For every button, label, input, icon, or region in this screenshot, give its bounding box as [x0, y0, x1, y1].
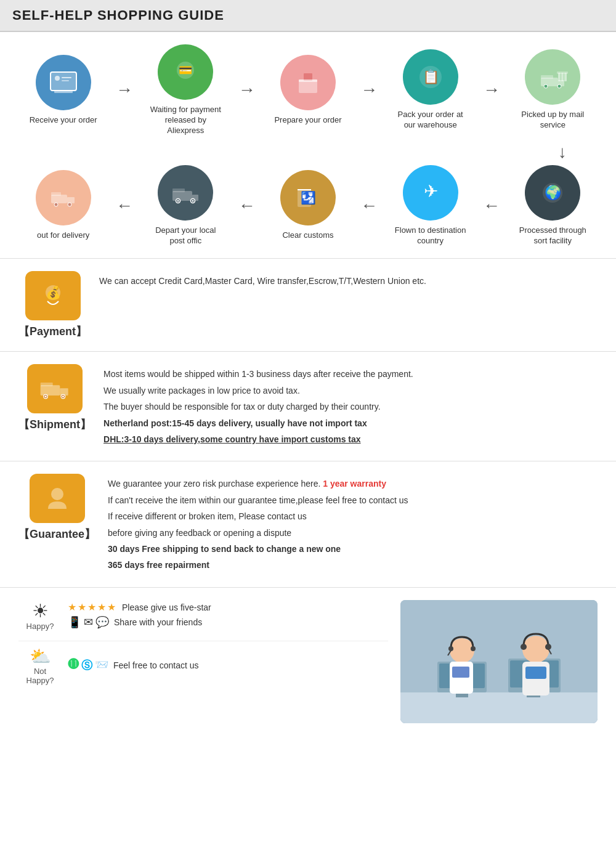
- page-title: SELF-HELP SHOPPING GUIDE: [12, 7, 604, 23]
- sort-icon: 🌍: [525, 165, 580, 221]
- guarantee-label: 【Guarantee】: [18, 527, 95, 542]
- arrow-7: ←: [360, 196, 378, 216]
- arrow-6: ←: [238, 196, 256, 216]
- arrow-5: ←: [116, 196, 133, 216]
- pack-icon: 📋: [403, 49, 458, 105]
- svg-rect-18: [558, 73, 561, 81]
- svg-point-32: [177, 200, 179, 201]
- svg-point-58: [522, 636, 549, 663]
- svg-point-61: [521, 644, 527, 650]
- svg-rect-5: [62, 80, 69, 81]
- payment-content: We can accept Credit Card,Master Card, W…: [99, 271, 598, 290]
- sun-icon: ☀: [32, 600, 49, 622]
- svg-rect-29: [172, 189, 185, 192]
- flow-item-flown: ✈ Flown to destination country: [394, 165, 468, 246]
- shipment-line2: We usually write packages in low price t…: [103, 384, 598, 397]
- prepare-icon: [280, 55, 336, 110]
- skype-icon: Ⓢ: [81, 658, 92, 673]
- arrow-down: ↓: [18, 142, 598, 162]
- phone-icon: 📱: [68, 615, 81, 629]
- happy-label: Happy?: [22, 622, 59, 631]
- svg-point-64: [450, 638, 474, 663]
- guarantee-line6: 365 days free repairment: [108, 558, 598, 572]
- chat-icon: 💬: [95, 615, 109, 629]
- svg-point-46: [44, 396, 46, 397]
- pickup-icon: [525, 49, 580, 105]
- flow-item-customs: 🛂 Clear customs: [271, 170, 345, 241]
- page-header: SELF-HELP SHOPPING GUIDE: [0, 0, 616, 32]
- contact-icons: ⓫ Ⓢ 📨: [68, 658, 108, 673]
- svg-rect-44: [41, 383, 53, 386]
- svg-rect-24: [51, 192, 61, 196]
- receive-icon: [36, 55, 91, 110]
- flow-item-depart: Depart your local post offic: [148, 165, 222, 246]
- contact-text: Feel free to contact us: [113, 660, 199, 670]
- arrow-4: →: [483, 80, 500, 100]
- flow-label-pack: Pack your order at our warehouse: [394, 110, 468, 131]
- svg-text:🛂: 🛂: [300, 190, 315, 205]
- stars-icons: ★★★★★: [68, 601, 117, 613]
- customer-service-image: [400, 600, 598, 723]
- unhappy-label: Not Happy?: [22, 667, 59, 685]
- flow-label-customs: Clear customs: [282, 230, 333, 241]
- svg-point-25: [54, 203, 58, 206]
- shipment-line5: DHL:3-10 days delivery,some country have…: [103, 432, 598, 446]
- email-icon: ✉: [84, 615, 93, 629]
- shipment-line4: Netherland post:15-45 days delivery, usu…: [103, 416, 598, 430]
- svg-point-16: [544, 84, 548, 88]
- svg-point-48: [62, 396, 64, 397]
- payment-section-icon: 💰: [25, 271, 81, 320]
- flow-label-depart: Depart your local post offic: [148, 225, 222, 246]
- svg-rect-4: [62, 77, 71, 78]
- flow-label-pickup: Picked up by mail service: [516, 110, 590, 131]
- svg-point-33: [192, 200, 194, 201]
- flow-label-payment: Waiting for payment released by Aliexpre…: [148, 105, 222, 136]
- share-icons: 📱 ✉ 💬: [68, 615, 109, 629]
- svg-text:📋: 📋: [422, 68, 439, 85]
- flow-item-delivery: out for delivery: [26, 170, 100, 241]
- svg-rect-22: [51, 195, 67, 203]
- svg-rect-27: [172, 191, 192, 201]
- svg-rect-60: [525, 667, 546, 679]
- svg-rect-23: [67, 197, 75, 203]
- guarantee-line3: If receive different or broken item, Ple…: [108, 509, 598, 523]
- svg-rect-51: [400, 692, 598, 723]
- arrow-3: →: [360, 80, 378, 100]
- whatsapp-icon: ⓫: [68, 658, 79, 673]
- svg-rect-19: [561, 73, 564, 81]
- payment-label: 【Payment】: [18, 324, 87, 339]
- svg-rect-42: [41, 385, 60, 396]
- svg-point-49: [51, 488, 63, 500]
- depart-icon: [158, 165, 213, 221]
- flow-item-prepare: Prepare your order: [271, 55, 345, 126]
- svg-rect-66: [452, 667, 469, 678]
- flow-item-receive: Receive your order: [26, 55, 100, 126]
- svg-point-17: [557, 84, 561, 88]
- guarantee-line2: If can't receive the item within our gua…: [108, 493, 598, 507]
- guarantee-section: 【Guarantee】 We guarantee your zero risk …: [0, 461, 616, 586]
- svg-point-3: [55, 76, 60, 81]
- feedback-section: ☀ Happy? ★★★★★ Please give us five-star …: [0, 587, 616, 736]
- warranty-badge: 1 year warranty: [323, 479, 386, 489]
- svg-rect-13: [541, 78, 558, 86]
- flow-item-pack: 📋 Pack your order at our warehouse: [394, 49, 468, 131]
- flow-row-2: out for delivery ← Depart your local pos…: [18, 165, 598, 246]
- shipment-section: 【Shipment】 Most items would be shipped w…: [0, 351, 616, 461]
- shipment-content: Most items would be shipped within 1-3 b…: [103, 364, 598, 448]
- arrow-2: →: [238, 80, 256, 100]
- customs-icon: 🛂: [280, 170, 336, 225]
- guarantee-line4: before giving any feedback or opening a …: [108, 526, 598, 540]
- flow-label-receive: Receive your order: [30, 115, 97, 126]
- svg-rect-15: [541, 75, 553, 79]
- guarantee-line1: We guarantee your zero risk purchase exp…: [108, 477, 598, 490]
- flow-label-prepare: Prepare your order: [274, 115, 341, 126]
- svg-point-68: [471, 646, 476, 651]
- five-star-text: Please give us five-star: [122, 602, 211, 612]
- svg-point-67: [448, 646, 453, 651]
- shipment-label: 【Shipment】: [18, 417, 91, 432]
- shipment-line1: Most items would be shipped within 1-3 b…: [103, 367, 598, 381]
- flow-item-payment: 💳 Waiting for payment released by Aliexp…: [148, 44, 222, 136]
- svg-rect-2: [54, 91, 73, 93]
- flow-item-pickup: Picked up by mail service: [516, 49, 590, 131]
- shipment-line3: The buyer should be responsible for tax …: [103, 400, 598, 413]
